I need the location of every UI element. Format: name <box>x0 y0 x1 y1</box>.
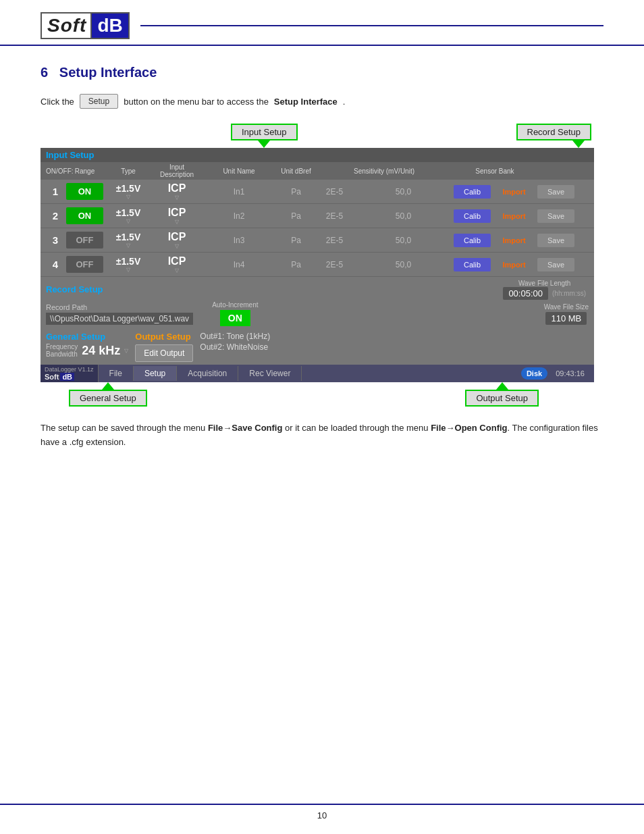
row-number: 3 <box>46 234 65 246</box>
import-button[interactable]: Import <box>492 234 536 247</box>
input-setup-title: Input Setup <box>46 150 95 160</box>
auto-increment-button[interactable]: ON <box>220 310 250 326</box>
desc-line1-prefix: The setup can be saved through the menu <box>41 423 208 433</box>
record-path-value: \\OpusRoot\Data Logger\wav_051.wav <box>46 313 193 325</box>
desc-line1-mid: or it can be loaded through the menu <box>282 423 431 433</box>
setup-button-img: Setup <box>80 94 118 109</box>
taskbar-app-version: DataLogger V1.1z Soft dB <box>41 365 99 382</box>
col-onoff: ON/OFF: <box>46 167 65 175</box>
record-setup-callout: Record Setup <box>516 124 592 140</box>
on-off-button[interactable]: OFF <box>66 256 103 273</box>
edit-output-button[interactable]: Edit Output <box>135 344 193 362</box>
col-sensitivity: Sensitivity (mV/Unit) <box>316 167 452 175</box>
sensitivity-cell: 50,0 <box>354 236 452 245</box>
row-number: 4 <box>46 259 65 270</box>
intro-line: Click the Setup button on the menu bar t… <box>41 94 603 109</box>
calib-button[interactable]: Calib <box>454 185 491 199</box>
wave-size-value: 110 MB <box>545 312 587 325</box>
import-button[interactable]: Import <box>492 258 536 271</box>
taskbar-disk-label: Disk <box>521 367 547 380</box>
general-setup-title: General Setup <box>46 332 128 342</box>
calib-button[interactable]: Calib <box>454 209 491 223</box>
page-number: 10 <box>317 810 327 820</box>
save-button[interactable]: Save <box>537 209 574 223</box>
unit-name-cell: Pa <box>277 211 315 221</box>
section-number: 6 <box>41 65 48 80</box>
taskbar-acquisition-menu[interactable]: Acquisition <box>177 366 238 381</box>
calib-button[interactable]: Calib <box>454 234 491 247</box>
wave-file-time: 00:05:00 <box>503 287 548 300</box>
record-path-label: Record Path <box>46 303 193 311</box>
type-cell: ICP ▽ <box>153 207 200 225</box>
input-setup-callout-wrapper: Input Setup <box>231 124 298 148</box>
wave-file-length-label: Wave File Length <box>518 280 570 287</box>
unit-name-cell: Pa <box>277 187 315 197</box>
diagram-wrapper: Input Setup Record Setup Input Setup ON/… <box>41 124 594 407</box>
taskbar-time: 09:43:16 <box>550 369 590 377</box>
import-button[interactable]: Import <box>492 185 536 199</box>
col-range: Range <box>66 167 103 175</box>
taskbar-setup-menu[interactable]: Setup <box>134 366 177 381</box>
calib-button[interactable]: Calib <box>454 258 491 271</box>
desc-save-config: File→Save Config <box>208 423 283 433</box>
unit-dbref-cell: 2E-5 <box>316 236 353 245</box>
range-cell: ±1.5V ▽ <box>105 207 152 224</box>
col-unitname: Unit Name <box>202 167 276 175</box>
type-cell: ICP ▽ <box>153 255 200 273</box>
row-number: 2 <box>46 210 65 221</box>
page-header: Soft dB <box>0 0 644 46</box>
unit-name-cell: Pa <box>277 236 315 245</box>
main-content: 6 Setup Interface Click the Setup button… <box>0 46 644 469</box>
input-row: 3 OFF ±1.5V ▽ ICP ▽ In3 Pa 2E-5 50,0 Cal… <box>41 228 594 253</box>
bottom-section: General Setup FrequencyBandwidth 24 kHz … <box>41 329 594 365</box>
row-number: 1 <box>46 186 65 197</box>
output-setup-callout: Output Setup <box>465 390 539 407</box>
record-setup-arrow <box>572 140 585 148</box>
save-button[interactable]: Save <box>537 258 574 271</box>
input-desc-cell: In4 <box>202 260 276 269</box>
general-setup-arrow <box>102 382 114 390</box>
button-suffix: button on the menu bar to access the <box>124 97 269 107</box>
on-off-button[interactable]: ON <box>66 183 103 200</box>
input-row: 4 OFF ±1.5V ▽ ICP ▽ In4 Pa 2E-5 50,0 Cal… <box>41 253 594 277</box>
unit-dbref-cell: 2E-5 <box>316 187 353 197</box>
taskbar-file-menu[interactable]: File <box>99 366 134 381</box>
input-rows: 1 ON ±1.5V ▽ ICP ▽ In1 Pa 2E-5 50,0 Cali… <box>41 180 594 277</box>
output-info: Out#1: Tone (1kHz) Out#2: WhiteNoise <box>200 332 270 352</box>
input-setup-callout: Input Setup <box>231 124 298 140</box>
logo: Soft dB <box>41 12 130 39</box>
freq-label: FrequencyBandwidth <box>46 343 78 358</box>
page-footer: 10 <box>0 804 644 820</box>
freq-dropdown-icon[interactable]: ▽ <box>124 348 128 354</box>
setup-interface-label: Setup Interface <box>274 97 338 107</box>
wave-file-hint: (hh:mm:ss) <box>552 290 586 297</box>
save-button[interactable]: Save <box>537 234 574 247</box>
logo-db: dB <box>90 12 129 39</box>
import-button[interactable]: Import <box>492 209 536 223</box>
input-desc-cell: In2 <box>202 211 276 221</box>
header-line <box>140 25 603 26</box>
sensitivity-cell: 50,0 <box>354 211 452 221</box>
output-setup-callout-wrapper: Output Setup <box>465 382 539 407</box>
input-row: 1 ON ±1.5V ▽ ICP ▽ In1 Pa 2E-5 50,0 Cali… <box>41 180 594 204</box>
input-setup-header: Input Setup <box>41 148 594 162</box>
on-off-button[interactable]: ON <box>66 207 103 224</box>
general-setup-callout-wrapper: General Setup <box>69 382 147 407</box>
type-cell: ICP ▽ <box>153 231 200 249</box>
unit-name-cell: Pa <box>277 260 315 269</box>
input-desc-cell: In3 <box>202 236 276 245</box>
input-setup-arrow <box>258 140 270 148</box>
output-setup-arrow <box>496 382 508 390</box>
auto-inc-label: Auto-Increment <box>212 301 258 309</box>
type-cell: ICP ▽ <box>153 182 200 201</box>
on-off-button[interactable]: OFF <box>66 232 103 249</box>
output-setup-title: Output Setup <box>135 332 193 342</box>
sensitivity-cell: 50,0 <box>354 187 452 197</box>
column-headers: ON/OFF: Range Type Input Description Uni… <box>41 162 594 180</box>
description-text: The setup can be saved through the menu … <box>41 421 603 450</box>
wave-size-label: Wave File Size <box>544 303 589 311</box>
taskbar-recviewer-menu[interactable]: Rec Viewer <box>238 366 302 381</box>
save-button[interactable]: Save <box>537 185 574 199</box>
col-unitdbref: Unit dBref <box>277 167 315 175</box>
unit-dbref-cell: 2E-5 <box>316 211 353 221</box>
